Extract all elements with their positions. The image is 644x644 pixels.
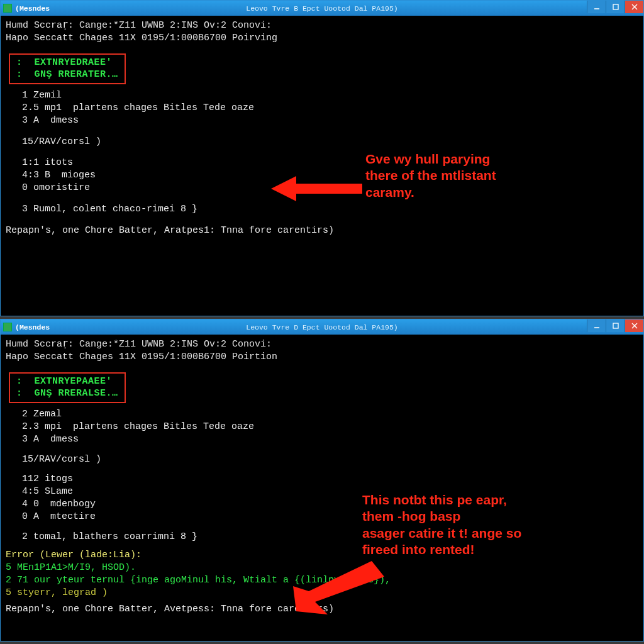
app-icon — [3, 323, 12, 331]
app-name: (Mesndes — [15, 323, 50, 331]
output-line: 3 A dmess — [11, 114, 638, 127]
window-controls — [587, 1, 643, 13]
output-line: 1 Zemil — [11, 89, 638, 102]
output-line: 0 A mtectire — [11, 511, 638, 523]
box-line-1: : EXTNRYEPAAEE' — [16, 375, 118, 388]
terminal-body-bottom[interactable]: Humd Sccraṛ: Cange:*Z11 UWNB 2:INS Ov:2 … — [1, 335, 643, 641]
prompt-line: Repapn's, one Chore Batter, Avetpess: Tn… — [6, 603, 638, 616]
highlighted-block: : EXTNRYEDRAEE' : GNŞ RRERATER.… — [9, 53, 126, 85]
box-line-2: : GNŞ RRERATER.… — [16, 69, 118, 81]
svg-rect-6 — [613, 323, 618, 328]
header-line-1: Humd Sccraṛ: Cange:*Z11 UWNB 2:INS Ov:2 … — [6, 19, 638, 32]
output-line: 4:3 B mioges — [11, 169, 638, 182]
output-line: 2.5 mp1 plartens chages Bitles Tede oaze — [11, 102, 638, 114]
output-line: 15/RAV/corsl ) — [11, 453, 638, 466]
box-line-2: : GNŞ RRERALSE.… — [16, 387, 118, 400]
output-line: 4 0 mdenbogy — [11, 498, 638, 511]
close-button[interactable] — [625, 319, 643, 332]
minimize-button[interactable] — [587, 319, 606, 332]
error-line: 2 71 our yteur ternul {inge agoMinul his… — [6, 574, 638, 587]
titlebar-top[interactable]: (Mesndes Leovo Tvre B Epct Uootod Dal PA… — [1, 1, 643, 16]
header-line-2: Hapo Seccatt Chages 11X 0195/1:000B6700 … — [6, 32, 638, 45]
header-line-2: Hapo Seccatt Chages 11X 0195/1:000B6700 … — [6, 351, 638, 364]
terminal-body-top[interactable]: Humd Sccraṛ: Cange:*Z11 UWNB 2:INS Ov:2 … — [1, 16, 643, 316]
maximize-button[interactable] — [606, 319, 625, 332]
output-line: 2.3 mpi plartens chages Bitles Tede oaze — [11, 421, 638, 433]
window-title: Leovo Tvre D Epct Uootod Dal PA195) — [246, 323, 398, 331]
terminal-window-top: (Mesndes Leovo Tvre B Epct Uootod Dal PA… — [0, 0, 644, 316]
output-line: 0 omoristire — [11, 182, 638, 194]
output-line: 3 Rumol, colent chaco-rimei 8 } — [11, 203, 638, 216]
box-line-1: : EXTNRYEDRAEE' — [16, 57, 118, 69]
close-button[interactable] — [625, 1, 643, 13]
output-line: 2 Zemal — [11, 408, 638, 421]
output-line: 15/RAV/corsl ) — [11, 136, 638, 148]
window-controls — [587, 319, 643, 332]
output-line: 2 tomal, blathers coarrimni 8 } — [11, 531, 638, 543]
highlighted-block: : EXTNRYEPAAEE' : GNŞ RRERALSE.… — [9, 372, 126, 404]
error-header: Error (Lewer (lade:Lia): — [6, 549, 638, 562]
header-line-1: Humd Sccraṛ: Cange:*Z11 UWNB 2:INS Ov:2 … — [6, 338, 638, 351]
titlebar-bottom[interactable]: (Mesndes Leovo Tvre D Epct Uootod Dal PA… — [1, 319, 643, 335]
window-title: Leovo Tvre B Epct Uootod Dal PA195) — [246, 4, 398, 13]
output-line: 112 itogs — [11, 473, 638, 486]
minimize-button[interactable] — [587, 1, 606, 13]
output-line: 1:1 itots — [11, 157, 638, 169]
error-line: 5 styerr, legrad ) — [6, 587, 638, 599]
prompt-line: Repapn's, one Chore Batter, Aratpes1: Tn… — [6, 225, 638, 237]
maximize-button[interactable] — [606, 1, 625, 13]
app-name: (Mesndes — [15, 4, 50, 13]
output-line: 3 A dmess — [11, 433, 638, 446]
app-icon — [3, 4, 12, 13]
output-line: 4:5 SLame — [11, 486, 638, 498]
terminal-window-bottom: (Mesndes Leovo Tvre D Epct Uootod Dal PA… — [0, 319, 644, 641]
svg-rect-1 — [613, 4, 618, 9]
error-line: 5 MEn1P1A1>M/I9, HSOD). — [6, 562, 638, 574]
